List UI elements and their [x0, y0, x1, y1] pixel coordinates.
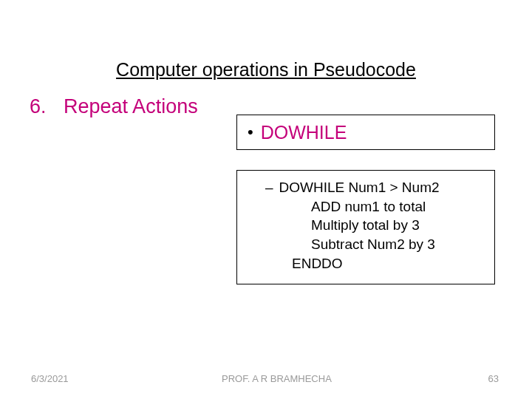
bullet-icon: •	[248, 123, 253, 142]
footer-page-number: 63	[488, 373, 499, 384]
code-head: DOWHILE Num1 > Num2	[279, 180, 440, 195]
footer-author: PROF. A R BRAMHECHA	[222, 373, 332, 384]
code-body-line: Multiply total by 3	[248, 216, 484, 235]
keyword-box: • DOWHILE	[236, 115, 495, 150]
code-body-line: Subtract Num2 by 3	[248, 235, 484, 254]
section-number: 6.	[30, 95, 47, 117]
code-body-line: ADD num1 to total	[248, 197, 484, 216]
code-end-line: ENDDO	[248, 254, 484, 273]
footer-date: 6/3/2021	[31, 373, 69, 384]
section-name: Repeat Actions	[64, 95, 198, 117]
dash-icon: –	[265, 180, 273, 195]
keyword-text: DOWHILE	[261, 122, 347, 143]
code-box: –DOWHILE Num1 > Num2 ADD num1 to total M…	[236, 170, 495, 284]
page-title: Computer operations in Pseudocode	[0, 59, 532, 81]
code-head-line: –DOWHILE Num1 > Num2	[248, 178, 484, 197]
